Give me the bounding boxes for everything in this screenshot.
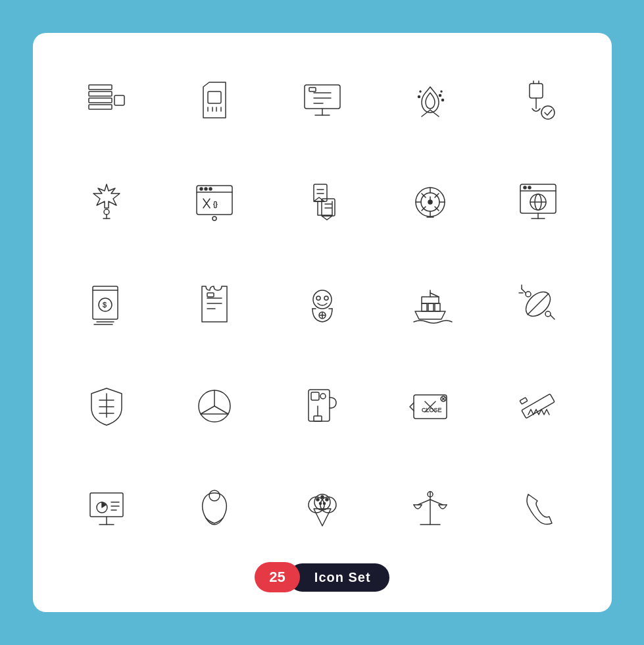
- main-card: {}: [33, 33, 612, 612]
- svg-point-133: [326, 498, 328, 501]
- footer: 25 Icon Set: [255, 562, 389, 592]
- svg-point-62: [528, 186, 531, 189]
- svg-rect-2: [89, 98, 112, 103]
- svg-line-104: [214, 406, 228, 414]
- svg-rect-5: [208, 91, 221, 103]
- svg-point-93: [545, 311, 551, 317]
- svg-rect-77: [207, 293, 214, 297]
- global-web-icon: [491, 161, 585, 244]
- svg-point-131: [316, 498, 319, 501]
- svg-point-127: [209, 490, 220, 501]
- svg-point-61: [524, 186, 526, 189]
- svg-rect-110: [314, 416, 322, 421]
- svg-line-94: [522, 289, 526, 293]
- svg-rect-87: [422, 297, 439, 303]
- svg-rect-4: [114, 95, 124, 105]
- svg-rect-84: [422, 303, 427, 311]
- computer-dashboard-icon: [275, 59, 370, 142]
- svg-line-138: [418, 500, 430, 505]
- svg-line-95: [551, 315, 555, 319]
- svg-point-34: [205, 188, 207, 190]
- svg-text:CLOSE: CLOSE: [422, 407, 442, 413]
- canada-leaf-bell-icon: [59, 161, 154, 244]
- ice-cream-icon: [275, 467, 370, 549]
- svg-line-89: [430, 293, 439, 297]
- plug-check-icon: [491, 59, 585, 142]
- svg-point-23: [420, 91, 421, 92]
- svg-point-21: [441, 91, 442, 92]
- justice-scale-icon: [383, 467, 478, 549]
- svg-rect-16: [309, 88, 316, 91]
- presentation-chart-icon: [59, 467, 154, 549]
- file-transfer-icon: [275, 161, 370, 244]
- svg-line-139: [430, 500, 443, 505]
- svg-rect-10: [305, 85, 340, 109]
- svg-line-105: [201, 406, 214, 414]
- campfire-icon: [383, 59, 478, 142]
- svg-rect-3: [89, 105, 112, 109]
- baby-bib-icon: [167, 467, 262, 549]
- sim-card-icon: [167, 59, 262, 142]
- capsule-icon: [491, 263, 585, 346]
- svg-point-78: [313, 290, 332, 309]
- svg-rect-86: [435, 303, 440, 311]
- svg-point-33: [200, 188, 203, 190]
- saw-icon: [491, 365, 585, 447]
- svg-point-135: [323, 502, 325, 504]
- svg-rect-108: [311, 392, 319, 400]
- svg-point-22: [418, 96, 420, 98]
- svg-point-27: [541, 106, 555, 119]
- svg-point-35: [209, 188, 212, 190]
- svg-point-80: [324, 296, 328, 300]
- money-book-icon: $: [59, 263, 154, 346]
- svg-point-109: [320, 394, 326, 399]
- svg-point-20: [441, 99, 443, 101]
- footer-label: Icon Set: [288, 563, 389, 592]
- coffee-machine-icon: [275, 365, 370, 447]
- cargo-ship-icon: [383, 263, 478, 346]
- svg-rect-24: [530, 84, 543, 98]
- icons-grid: {}: [59, 59, 585, 549]
- svg-point-79: [316, 296, 320, 300]
- svg-point-132: [321, 496, 324, 498]
- svg-text:$: $: [103, 301, 107, 309]
- face-shield-icon: [275, 263, 370, 346]
- svg-line-91: [528, 294, 549, 315]
- pie-chart-wheel-icon: [167, 365, 262, 447]
- svg-rect-0: [89, 85, 112, 90]
- list-view-icon: [59, 59, 154, 142]
- phone-icon: [491, 467, 585, 549]
- svg-point-19: [439, 95, 441, 97]
- svg-point-39: [212, 217, 216, 220]
- svg-point-92: [526, 292, 531, 297]
- svg-rect-119: [520, 398, 528, 404]
- shield-grid-icon: [59, 365, 154, 447]
- svg-point-28: [104, 209, 109, 215]
- web-development-icon: {}: [167, 161, 262, 244]
- count-badge: 25: [255, 562, 299, 592]
- svg-text:{}: {}: [213, 201, 218, 208]
- close-tag-icon: CLOSE: [383, 365, 478, 447]
- alarm-bell-icon: [383, 161, 478, 244]
- svg-rect-85: [428, 303, 433, 311]
- receipt-layout-icon: [167, 263, 262, 346]
- svg-rect-1: [89, 91, 112, 96]
- svg-point-134: [319, 502, 321, 504]
